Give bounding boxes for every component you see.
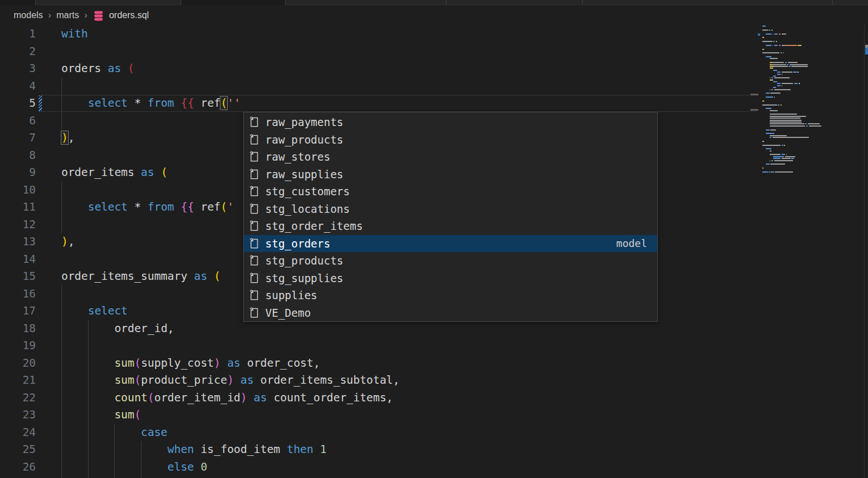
minimap-code-bar	[770, 64, 773, 65]
minimap-code-bar	[769, 30, 770, 31]
code-text: orders as (	[61, 60, 134, 78]
suggestion-label: stg_customers	[265, 185, 647, 198]
minimap-code-bar	[773, 45, 774, 46]
file-reference-icon	[248, 307, 261, 319]
minimap-code-bar	[782, 72, 792, 73]
suggestion-item[interactable]: VE_Demo	[244, 304, 657, 322]
suggestion-item[interactable]: raw_payments	[244, 114, 657, 131]
editor-tab-bar	[0, 0, 868, 5]
suggestion-item[interactable]: stg_orders model	[244, 235, 657, 253]
minimap-code-bar	[794, 83, 798, 84]
minimap-code-bar	[769, 171, 770, 173]
suggestion-item[interactable]: raw_products	[244, 131, 657, 149]
line-number: 5	[0, 95, 36, 112]
minimap-code-bar	[771, 89, 773, 90]
tab-divider	[181, 0, 181, 5]
code-line[interactable]: 18 order_id,	[0, 320, 756, 338]
minimap-code-bar	[770, 125, 805, 127]
code-line[interactable]: 24 case	[0, 424, 756, 442]
file-reference-icon	[248, 116, 261, 128]
minimap-code-bar	[770, 123, 804, 124]
minimap-code-bar	[784, 145, 785, 146]
minimap-code-bar	[777, 74, 781, 75]
active-editor-tab[interactable]	[181, 0, 285, 5]
overview-ruler[interactable]	[864, 25, 868, 478]
autocomplete-popup: raw_payments raw_products raw_stores	[243, 112, 658, 322]
minimap-code-bar	[809, 125, 821, 127]
code-line[interactable]: 4	[0, 78, 756, 95]
minimap-code-bar	[774, 89, 791, 90]
suggestion-item[interactable]: raw_supplies	[244, 166, 657, 183]
line-number: 25	[0, 441, 36, 459]
minimap-code-bar	[770, 66, 774, 67]
code-line[interactable]: 20 sum(supply_cost) as order_cost,	[0, 355, 756, 372]
minimap-code-bar	[766, 163, 769, 165]
minimap-code-bar	[773, 87, 776, 88]
minimap-code-bar	[773, 158, 781, 159]
suggestion-label: stg_order_items	[265, 220, 647, 232]
suggestion-item[interactable]: stg_locations	[244, 200, 657, 218]
minimap-code-bar	[782, 158, 791, 159]
line-number: 17	[0, 303, 36, 320]
line-number: 24	[0, 424, 36, 442]
code-text: when is_food_item then 1	[61, 441, 327, 459]
minimap-code-bar	[798, 72, 799, 73]
suggestion-item[interactable]: stg_products	[244, 252, 657, 270]
minimap-code-bar	[782, 74, 783, 75]
editor-tab[interactable]	[0, 0, 35, 5]
minimap-code-bar	[766, 45, 771, 46]
suggestion-label: stg_locations	[265, 203, 647, 215]
minimap-code-bar	[773, 41, 775, 42]
line-number: 12	[0, 216, 36, 234]
line-number: 14	[0, 251, 36, 269]
minimap-decoration	[750, 109, 758, 111]
minimap-code-bar	[766, 133, 774, 134]
suggestion-label: supplies	[265, 289, 647, 301]
minimap-code-bar	[762, 171, 768, 173]
code-line[interactable]: 19	[0, 337, 756, 355]
file-reference-icon	[248, 272, 261, 284]
line-number: 19	[0, 337, 36, 355]
code-line[interactable]: 3orders as (	[0, 60, 756, 78]
suggestion-item[interactable]: stg_customers	[244, 183, 657, 200]
file-reference-icon	[248, 185, 261, 198]
suggestion-item[interactable]: stg_supplies	[244, 270, 657, 287]
code-text: order_items_summary as (	[61, 268, 220, 286]
minimap-code-bar	[805, 123, 807, 124]
minimap-code-bar	[762, 52, 779, 53]
code-line[interactable]: 25 when is_food_item then 1	[0, 441, 756, 459]
minimap-code-bar	[790, 64, 808, 65]
file-reference-icon	[248, 203, 261, 215]
file-reference-icon	[248, 220, 261, 232]
minimap-code-bar	[785, 62, 787, 63]
code-line[interactable]: 23 sum(	[0, 406, 756, 424]
line-number: 4	[0, 78, 36, 95]
code-line[interactable]: 2	[0, 43, 756, 61]
code-line[interactable]: 26 else 0	[0, 459, 756, 476]
minimap-code-bar	[779, 45, 781, 46]
breadcrumb-file[interactable]: orders.sql	[109, 10, 149, 20]
minimap-code-bar	[762, 100, 764, 102]
breadcrumb-item-marts[interactable]: marts	[56, 10, 79, 20]
minimap-code-bar	[762, 41, 773, 42]
suggestion-item[interactable]: stg_order_items	[244, 217, 657, 235]
minimap-code-bar	[771, 30, 773, 31]
minimap[interactable]	[757, 17, 864, 478]
breadcrumb-item-models[interactable]: models	[14, 10, 43, 20]
line-number: 23	[0, 406, 36, 424]
minimap-code-bar	[774, 77, 790, 78]
minimap-code-bar	[766, 97, 773, 98]
code-line[interactable]: 5 select * from {{ ref(''	[0, 95, 756, 112]
minimap-code-bar	[774, 97, 775, 98]
code-line[interactable]: 22 count(order_item_id) as count_order_i…	[0, 389, 756, 407]
suggestion-label: stg_products	[265, 254, 647, 267]
code-line[interactable]: 1with	[0, 26, 756, 43]
minimap-code-bar	[781, 52, 782, 53]
suggestion-item[interactable]: supplies	[244, 287, 657, 304]
code-line[interactable]: 21 sum(product_price) as order_items_sub…	[0, 372, 756, 389]
line-number: 3	[0, 60, 36, 78]
line-number: 11	[0, 199, 36, 216]
suggestion-item[interactable]: raw_stores	[244, 148, 657, 166]
minimap-code-bar	[770, 154, 781, 155]
minimap-code-bar	[771, 77, 773, 78]
